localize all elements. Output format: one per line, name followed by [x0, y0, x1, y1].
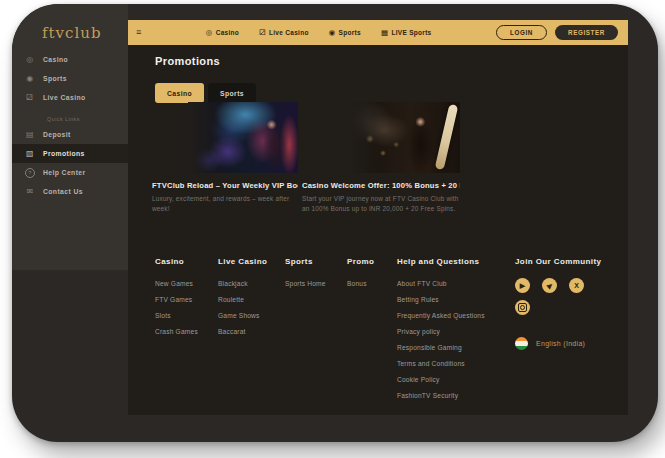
- sidebar-item-sports[interactable]: ◉ Sports: [12, 69, 128, 88]
- promo-title: Casino Welcome Offer: 100% Bonus + 20 Fr…: [302, 181, 460, 190]
- nav-item-label: Live Casino: [269, 29, 309, 36]
- language-label: English (India): [536, 340, 585, 347]
- footer-heading: Help and Questions: [397, 257, 485, 266]
- footer-link[interactable]: Baccarat: [218, 328, 267, 335]
- question-circle-icon: ?: [25, 168, 35, 178]
- footer-link[interactable]: Sports Home: [285, 280, 326, 287]
- main-content: Promotions Casino Sports FTVClub Reload …: [128, 45, 628, 415]
- footer-link[interactable]: Privacy policy: [397, 328, 485, 335]
- footer-column-help: Help and Questions About FTV Club Bettin…: [397, 257, 485, 408]
- footer-link[interactable]: Bonus: [347, 280, 374, 287]
- x-twitter-icon[interactable]: X: [569, 278, 584, 293]
- footer-heading: Sports: [285, 257, 326, 266]
- live-screen-icon: ▦: [381, 28, 388, 37]
- footer-link[interactable]: Slots: [155, 312, 198, 319]
- sidebar-item-live-casino[interactable]: ⚂ Live Casino: [12, 88, 128, 107]
- ftvclub-logo[interactable]: ftvclub: [42, 24, 102, 42]
- promo-card-welcome-offer[interactable]: Casino Welcome Offer: 100% Bonus + 20 Fr…: [302, 102, 460, 214]
- promotions-tabs: Casino Sports: [155, 83, 256, 103]
- gift-icon: ▧: [25, 149, 35, 158]
- sidebar-item-label: Casino: [43, 56, 68, 63]
- casino-chip-icon: ◎: [25, 55, 35, 64]
- promo-card-reload[interactable]: FTVClub Reload – Your Weekly VIP Boost! …: [152, 102, 298, 214]
- soccer-ball-icon: ◉: [25, 74, 35, 83]
- footer-heading: Live Casino: [218, 257, 267, 266]
- promo-subtitle: Luxury, excitement, and rewards – week a…: [152, 194, 298, 214]
- footer-link[interactable]: Responsible Gaming: [397, 344, 485, 351]
- footer-heading: Join Our Community: [515, 257, 601, 266]
- top-nav-links: ◎ Casino ⚂ Live Casino ◉ Sports ▦ LIVE S…: [206, 28, 432, 37]
- sidebar-item-label: Deposit: [43, 131, 71, 138]
- footer-link[interactable]: Terms and Conditions: [397, 360, 485, 367]
- sidebar-item-label: Contact Us: [43, 188, 83, 195]
- footer-link[interactable]: Crash Games: [155, 328, 198, 335]
- promo-title: FTVClub Reload – Your Weekly VIP Boost!: [152, 181, 298, 190]
- top-navbar: ≡ ◎ Casino ⚂ Live Casino ◉ Sports ▦ LIVE…: [128, 20, 628, 45]
- footer-column-casino: Casino New Games FTV Games Slots Crash G…: [155, 257, 198, 344]
- promo-image-woman-cricket-bat: [350, 102, 460, 173]
- footer-link[interactable]: New Games: [155, 280, 198, 287]
- footer-column-promo: Promo Bonus: [347, 257, 374, 296]
- footer-link[interactable]: Blackjack: [218, 280, 267, 287]
- tab-casino[interactable]: Casino: [155, 83, 204, 103]
- promo-image-cyberpunk-woman: [188, 102, 298, 173]
- nav-item-live-casino[interactable]: ⚂ Live Casino: [259, 28, 309, 37]
- auth-buttons: LOGIN REGISTER: [496, 25, 618, 40]
- social-icons-row: ▶ ▶ X: [515, 278, 601, 293]
- app-window: ftvclub ◎ Casino ◉ Sports ⚂ Live Casino …: [12, 4, 658, 442]
- footer-heading: Promo: [347, 257, 374, 266]
- footer-link[interactable]: Frequently Asked Questions: [397, 312, 485, 319]
- sidebar-item-casino[interactable]: ◎ Casino: [12, 50, 128, 69]
- nav-item-label: Casino: [216, 29, 239, 36]
- sidebar-item-deposit[interactable]: ▤ Deposit: [12, 125, 128, 144]
- social-icons-row: [515, 300, 601, 315]
- sidebar-item-contact-us[interactable]: ✉ Contact Us: [12, 182, 128, 201]
- sidebar-item-label: Live Casino: [43, 94, 86, 101]
- youtube-icon[interactable]: ▶: [515, 278, 530, 293]
- sidebar-item-label: Help Center: [43, 169, 86, 176]
- dice-icon: ⚂: [259, 28, 266, 37]
- footer-column-community: Join Our Community ▶ ▶ X English (India): [515, 257, 601, 350]
- login-button[interactable]: LOGIN: [496, 25, 547, 40]
- image-fade-overlay: [188, 102, 298, 173]
- footer-link[interactable]: Betting Rules: [397, 296, 485, 303]
- image-fade-overlay: [350, 102, 460, 173]
- nav-item-live-sports[interactable]: ▦ LIVE Sports: [381, 28, 432, 37]
- instagram-icon[interactable]: [515, 300, 530, 315]
- nav-item-label: Sports: [339, 29, 361, 36]
- footer-link[interactable]: Roulette: [218, 296, 267, 303]
- telegram-icon[interactable]: ▶: [542, 278, 557, 293]
- nav-item-label: LIVE Sports: [391, 29, 431, 36]
- footer-link[interactable]: Cookie Policy: [397, 376, 485, 383]
- tab-sports[interactable]: Sports: [208, 83, 256, 103]
- nav-item-sports[interactable]: ◉ Sports: [329, 28, 361, 37]
- sidebar-item-promotions[interactable]: ▧ Promotions: [12, 144, 128, 163]
- language-selector[interactable]: English (India): [515, 337, 601, 350]
- footer-link[interactable]: FTV Games: [155, 296, 198, 303]
- sidebar-item-label: Promotions: [43, 150, 85, 157]
- footer-column-sports: Sports Sports Home: [285, 257, 326, 296]
- soccer-ball-icon: ◉: [329, 28, 336, 37]
- sidebar: ftvclub ◎ Casino ◉ Sports ⚂ Live Casino …: [12, 4, 128, 270]
- sidebar-nav: ◎ Casino ◉ Sports ⚂ Live Casino Quick Li…: [12, 50, 128, 201]
- india-flag-icon: [515, 337, 528, 350]
- wallet-icon: ▤: [25, 130, 35, 139]
- casino-chip-icon: ◎: [206, 28, 213, 37]
- hamburger-menu-icon[interactable]: ≡: [136, 28, 141, 37]
- sidebar-item-help-center[interactable]: ? Help Center: [12, 163, 128, 182]
- footer-link[interactable]: FashionTV Security: [397, 392, 485, 399]
- footer-link[interactable]: About FTV Club: [397, 280, 485, 287]
- footer-column-live-casino: Live Casino Blackjack Roulette Game Show…: [218, 257, 267, 344]
- footer-heading: Casino: [155, 257, 198, 266]
- quick-links-label: Quick Links: [12, 113, 128, 125]
- register-button[interactable]: REGISTER: [555, 25, 618, 40]
- footer-link[interactable]: Game Shows: [218, 312, 267, 319]
- dice-icon: ⚂: [25, 93, 35, 102]
- promo-subtitle: Start your VIP journey now at FTV Casino…: [302, 194, 460, 214]
- chat-bubble-icon: ✉: [25, 187, 35, 196]
- sidebar-item-label: Sports: [43, 75, 67, 82]
- nav-item-casino[interactable]: ◎ Casino: [206, 28, 239, 37]
- page-title: Promotions: [155, 55, 220, 67]
